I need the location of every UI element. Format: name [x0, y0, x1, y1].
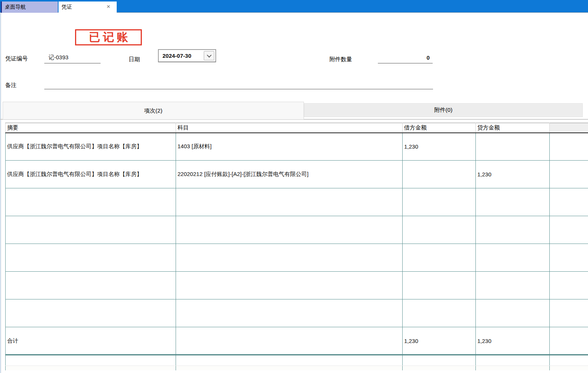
account-cell — [176, 327, 403, 355]
table-row: 供应商【浙江魏尔普电气有限公司】项目名称【库房】22020212 [应付账款]-… — [6, 161, 588, 188]
account-cell[interactable]: 1403 [原材料] — [176, 133, 403, 161]
tab-items[interactable]: 项次(2) — [3, 102, 304, 119]
extra-cell — [550, 327, 588, 355]
summary-cell[interactable] — [6, 272, 176, 299]
account-cell[interactable] — [176, 299, 403, 327]
posted-stamp: 已记账 — [75, 29, 142, 45]
table-row — [6, 216, 588, 244]
debit-cell[interactable] — [403, 216, 476, 244]
account-cell — [176, 366, 403, 370]
account-cell[interactable] — [176, 188, 403, 216]
extra-cell — [550, 216, 588, 244]
debit-cell[interactable] — [403, 244, 476, 272]
tab-desktop-navigation[interactable]: 桌面导航 — [1, 2, 58, 13]
summary-cell[interactable] — [6, 299, 176, 327]
extra-cell — [550, 161, 588, 188]
summary-cell[interactable] — [6, 244, 176, 272]
summary-cell[interactable] — [6, 188, 176, 216]
row-fill-b — [6, 366, 588, 370]
summary-cell — [6, 355, 176, 366]
account-cell[interactable]: 22020212 [应付账款]-[A2]-[浙江魏尔普电气有限公司] — [176, 161, 403, 188]
date-label: 日期 — [129, 56, 140, 63]
table-row: 供应商【浙江魏尔普电气有限公司】项目名称【库房】1403 [原材料]1,230 — [6, 133, 588, 161]
remark-input[interactable] — [44, 78, 433, 89]
tab-voucher-label: 凭证 — [62, 4, 72, 11]
debit-cell[interactable] — [403, 272, 476, 299]
attachment-count-label: 附件数量 — [329, 56, 352, 63]
summary-cell[interactable]: 供应商【浙江魏尔普电气有限公司】项目名称【库房】 — [6, 161, 176, 188]
tab-voucher[interactable]: 凭证 × — [59, 2, 117, 13]
extra-cell — [550, 272, 588, 299]
debit-cell: 1,230 — [403, 327, 476, 355]
debit-cell — [403, 366, 476, 370]
posted-stamp-label: 已记账 — [89, 30, 131, 45]
account-cell[interactable] — [176, 244, 403, 272]
credit-cell[interactable] — [476, 216, 550, 244]
chevron-down-icon — [207, 53, 212, 58]
debit-cell[interactable] — [403, 188, 476, 216]
tab-desktop-navigation-label: 桌面导航 — [5, 4, 26, 11]
attachment-count-input[interactable] — [378, 52, 433, 63]
summary-cell: 合计 — [6, 327, 176, 355]
credit-cell[interactable] — [476, 188, 550, 216]
voucher-grid: 摘要 科目 借方金额 贷方金额 供应商【浙江魏尔普电气有限公司】项目名称【库房】… — [5, 123, 588, 373]
date-dropdown-button[interactable] — [204, 51, 214, 60]
tab-attachments[interactable]: 附件(0) — [304, 103, 583, 117]
credit-column-header: 贷方金额 — [476, 123, 550, 133]
credit-cell: 1,230 — [476, 327, 550, 355]
extra-cell — [550, 133, 588, 161]
debit-cell — [403, 355, 476, 366]
extra-cell — [550, 366, 588, 370]
summary-cell[interactable]: 供应商【浙江魏尔普电气有限公司】项目名称【库房】 — [6, 133, 176, 161]
window-titlebar: 桌面导航 凭证 × — [0, 0, 588, 13]
extra-cell — [550, 355, 588, 366]
extra-cell — [550, 188, 588, 216]
summary-column-header: 摘要 — [6, 123, 176, 133]
section-tab-strip: 项次(2) 附件(0) — [0, 102, 588, 120]
debit-cell[interactable]: 1,230 — [403, 133, 476, 161]
table-row — [6, 244, 588, 272]
total-row: 合计1,2301,230 — [6, 327, 588, 355]
date-combobox[interactable]: 2024-07-30 — [158, 49, 216, 62]
credit-cell[interactable]: 1,230 — [476, 161, 550, 188]
credit-cell[interactable] — [476, 244, 550, 272]
close-icon[interactable]: × — [105, 3, 112, 11]
extra-column-header — [550, 123, 588, 133]
account-column-header: 科目 — [176, 123, 403, 133]
voucher-no-label: 凭证编号 — [5, 55, 28, 62]
summary-cell — [6, 366, 176, 370]
summary-cell[interactable] — [6, 216, 176, 244]
date-value: 2024-07-30 — [159, 53, 204, 59]
tab-items-label: 项次(2) — [144, 107, 162, 114]
credit-cell[interactable] — [476, 272, 550, 299]
credit-cell — [476, 355, 550, 366]
remark-label: 备注 — [5, 82, 17, 89]
debit-cell[interactable] — [403, 161, 476, 188]
window-left-edge — [0, 13, 1, 373]
table-row — [6, 299, 588, 327]
credit-cell[interactable] — [476, 299, 550, 327]
voucher-window: { "window": { "tabs": { "desktop_nav": "… — [0, 0, 588, 373]
extra-cell — [550, 244, 588, 272]
account-cell[interactable] — [176, 216, 403, 244]
credit-cell[interactable] — [476, 133, 550, 161]
table-row — [6, 188, 588, 216]
debit-cell[interactable] — [403, 299, 476, 327]
tab-attachments-label: 附件(0) — [434, 107, 452, 114]
voucher-no-input[interactable] — [44, 52, 101, 63]
grid-header-row: 摘要 科目 借方金额 贷方金额 — [6, 123, 588, 133]
row-fill-a — [6, 355, 588, 366]
extra-cell — [550, 299, 588, 327]
table-row — [6, 272, 588, 299]
debit-column-header: 借方金额 — [403, 123, 476, 133]
credit-cell — [476, 366, 550, 370]
account-cell[interactable] — [176, 272, 403, 299]
account-cell — [176, 355, 403, 366]
